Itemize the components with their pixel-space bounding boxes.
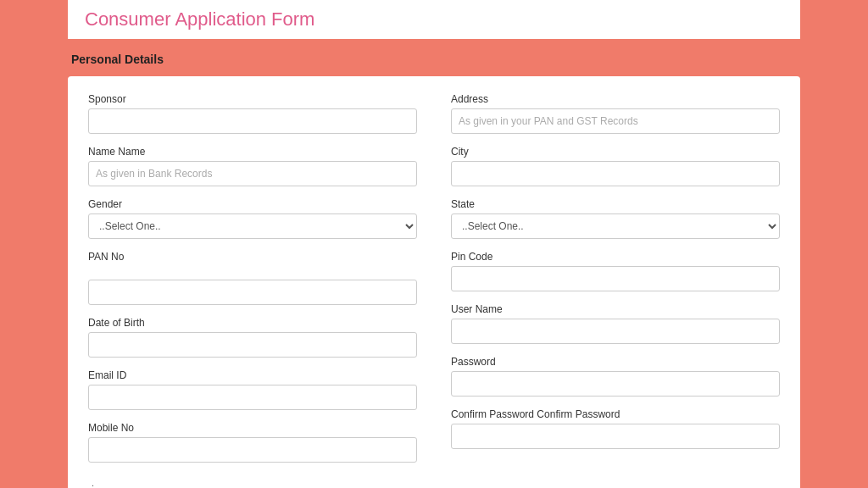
pan-no-group: PAN No [88, 251, 417, 305]
gender-select[interactable]: ..Select One.. Male Female Other [88, 214, 417, 239]
email-label: Email ID [88, 369, 417, 381]
address-input[interactable] [451, 108, 780, 134]
mobile-label: Mobile No [88, 422, 417, 434]
page-title: Consumer Application Form [85, 8, 783, 30]
email-group: Email ID [88, 369, 417, 410]
confirm-password-label: Confirm Password Confirm Password [451, 408, 780, 420]
city-input[interactable] [451, 161, 780, 186]
email-input[interactable] [88, 385, 417, 410]
name-name-group: Name Name [88, 146, 417, 186]
pin-code-group: Pin Code [451, 251, 780, 291]
left-column: Sponsor Name Name Gender ..Select One.. … [88, 93, 417, 488]
city-group: City [451, 146, 780, 186]
mobile-group: Mobile No [88, 422, 417, 463]
page-wrapper: Consumer Application Form Personal Detai… [0, 0, 868, 488]
confirm-password-group: Confirm Password Confirm Password [451, 408, 780, 449]
pan-no-input[interactable] [88, 280, 417, 305]
state-select[interactable]: ..Select One.. State 1 State 2 [451, 214, 780, 239]
dob-group: Date of Birth [88, 317, 417, 358]
password-label: Password [451, 356, 780, 368]
city-label: City [451, 146, 780, 158]
footer-dot: . [88, 478, 417, 488]
sponsor-input[interactable] [88, 108, 417, 134]
form-columns: Sponsor Name Name Gender ..Select One.. … [88, 93, 780, 488]
form-card: Sponsor Name Name Gender ..Select One.. … [68, 76, 800, 488]
sponsor-group: Sponsor [88, 93, 417, 134]
dob-input[interactable] [88, 332, 417, 358]
address-label: Address [451, 93, 780, 105]
user-name-group: User Name [451, 303, 780, 344]
header-bar: Consumer Application Form [68, 0, 800, 39]
name-name-label: Name Name [88, 146, 417, 158]
state-group: State ..Select One.. State 1 State 2 [451, 198, 780, 239]
name-name-input[interactable] [88, 161, 417, 186]
password-input[interactable] [451, 371, 780, 396]
pan-no-label: PAN No [88, 251, 417, 263]
state-label: State [451, 198, 780, 210]
section-title: Personal Details [68, 53, 800, 66]
confirm-password-input[interactable] [451, 424, 780, 449]
address-group: Address [451, 93, 780, 134]
pin-code-label: Pin Code [451, 251, 780, 263]
gender-label: Gender [88, 198, 417, 210]
dob-label: Date of Birth [88, 317, 417, 329]
user-name-input[interactable] [451, 319, 780, 344]
right-column: Address City State ..Select One.. State … [451, 93, 780, 488]
sponsor-label: Sponsor [88, 93, 417, 105]
gender-group: Gender ..Select One.. Male Female Other [88, 198, 417, 239]
pin-code-input[interactable] [451, 266, 780, 291]
password-group: Password [451, 356, 780, 396]
user-name-label: User Name [451, 303, 780, 315]
mobile-input[interactable] [88, 437, 417, 463]
